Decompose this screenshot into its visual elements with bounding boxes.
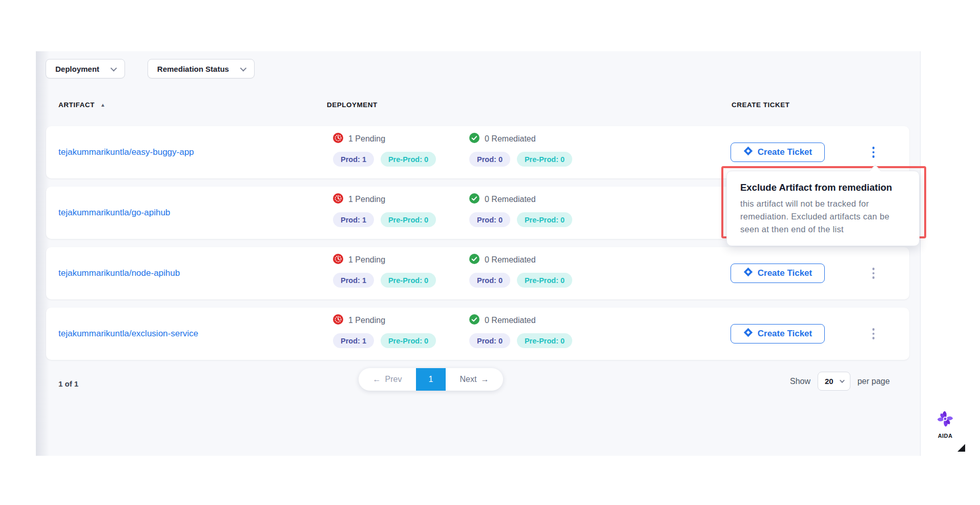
deployment-filter-dropdown[interactable]: Deployment [46, 59, 125, 78]
pending-count-label: 1 Pending [348, 134, 385, 144]
next-label: Next [460, 375, 477, 384]
remediated-check-icon [469, 314, 479, 327]
prod-badge: Prod: 1 [333, 152, 374, 167]
remediated-count-label: 0 Remediated [485, 255, 536, 265]
column-header-artifact[interactable]: ARTIFACT ▲ [58, 101, 106, 109]
prod-badge: Prod: 0 [469, 273, 510, 288]
exclude-artifact-tooltip: Exclude Artifact from remediation this a… [726, 171, 920, 246]
ticket-diamond-icon [743, 267, 753, 279]
remediated-count-label: 0 Remediated [485, 134, 536, 144]
column-header-create-ticket: CREATE TICKET [732, 101, 790, 109]
page-summary: 1 of 1 [58, 379, 78, 388]
chevron-down-icon [110, 65, 117, 71]
pending-count-label: 1 Pending [348, 195, 385, 204]
artifact-link[interactable]: tejakummarikuntla/exclusion-service [58, 329, 198, 339]
preprod-badge: Pre-Prod: 0 [517, 212, 572, 227]
pending-stat-group: 1 Pending Prod: 1 Pre-Prod: 0 [333, 314, 436, 348]
ticket-diamond-icon [743, 328, 753, 340]
remediated-stat-group: 0 Remediated Prod: 0 Pre-Prod: 0 [469, 133, 572, 167]
table-row: tejakummarikuntla/exclusion-service 1 Pe… [46, 308, 909, 360]
column-header-deployment: DEPLOYMENT [327, 101, 378, 109]
pending-clock-icon [333, 314, 343, 327]
aida-flower-icon [935, 409, 955, 430]
prod-badge: Prod: 1 [333, 212, 374, 227]
prod-badge: Prod: 1 [333, 333, 374, 348]
preprod-badge: Pre-Prod: 0 [517, 152, 572, 167]
preprod-badge: Pre-Prod: 0 [517, 333, 572, 348]
show-label: Show [790, 377, 810, 386]
preprod-badge: Pre-Prod: 0 [381, 212, 436, 227]
arrow-left-icon: ← [373, 375, 381, 384]
artifact-link[interactable]: tejakummarikuntla/go-apihub [58, 208, 170, 218]
pending-stat-group: 1 Pending Prod: 1 Pre-Prod: 0 [333, 254, 436, 288]
remediated-count-label: 0 Remediated [485, 195, 536, 204]
chevron-down-icon [840, 378, 845, 383]
preprod-badge: Pre-Prod: 0 [381, 333, 436, 348]
page-size-select[interactable]: 20 [818, 372, 850, 391]
pending-clock-icon [333, 254, 343, 266]
aida-label: AIDA [938, 433, 953, 439]
prod-badge: Prod: 1 [333, 273, 374, 288]
pending-count-label: 1 Pending [348, 316, 385, 325]
tooltip-title: Exclude Artifact from remediation [740, 182, 906, 193]
column-header-create-ticket-label: CREATE TICKET [732, 101, 790, 109]
per-page-label: per page [858, 377, 890, 386]
create-ticket-button-label: Create Ticket [758, 147, 812, 157]
pending-stat-group: 1 Pending Prod: 1 Pre-Prod: 0 [333, 133, 436, 167]
next-page-button[interactable]: Next → [446, 368, 503, 391]
remediated-count-label: 0 Remediated [485, 316, 536, 325]
prev-label: Prev [385, 375, 402, 384]
prev-page-button[interactable]: ← Prev [359, 368, 416, 391]
preprod-badge: Pre-Prod: 0 [381, 152, 436, 167]
page-size-value: 20 [825, 377, 833, 386]
table-row: tejakummarikuntla/node-apihub 1 Pending … [46, 247, 909, 299]
ticket-diamond-icon [743, 146, 753, 158]
artifact-link[interactable]: tejakummarikuntla/easy-buggy-app [58, 147, 194, 157]
pending-count-label: 1 Pending [348, 255, 385, 265]
remediation-status-filter-label: Remediation Status [157, 65, 229, 73]
remediated-check-icon [469, 193, 479, 206]
resize-handle-icon [957, 444, 965, 452]
create-ticket-button[interactable]: Create Ticket [731, 143, 825, 162]
remediated-stat-group: 0 Remediated Prod: 0 Pre-Prod: 0 [469, 193, 572, 227]
remediated-check-icon [469, 254, 479, 266]
prod-badge: Prod: 0 [469, 333, 510, 348]
create-ticket-button[interactable]: Create Ticket [731, 324, 825, 344]
tooltip-body: this artifact will not be tracked for re… [740, 197, 906, 235]
remediated-check-icon [469, 133, 479, 145]
page-number-button[interactable]: 1 [416, 368, 446, 391]
column-header-deployment-label: DEPLOYMENT [327, 101, 378, 109]
create-ticket-button[interactable]: Create Ticket [731, 264, 825, 283]
pagination-control: ← Prev 1 Next → [359, 368, 503, 391]
column-header-artifact-label: ARTIFACT [58, 101, 95, 109]
sort-ascending-icon: ▲ [100, 102, 106, 108]
content-panel: Deployment Remediation Status ARTIFACT ▲… [36, 51, 921, 456]
chevron-down-icon [240, 65, 246, 71]
row-actions-kebab-menu[interactable] [865, 142, 882, 163]
preprod-badge: Pre-Prod: 0 [517, 273, 572, 288]
remediation-status-filter-dropdown[interactable]: Remediation Status [148, 59, 255, 78]
create-ticket-button-label: Create Ticket [758, 268, 812, 278]
prod-badge: Prod: 0 [469, 152, 510, 167]
pending-stat-group: 1 Pending Prod: 1 Pre-Prod: 0 [333, 193, 436, 227]
page-size-control: Show 20 per page [790, 372, 890, 391]
prod-badge: Prod: 0 [469, 212, 510, 227]
filter-bar: Deployment Remediation Status [46, 59, 255, 78]
preprod-badge: Pre-Prod: 0 [381, 273, 436, 288]
pending-clock-icon [333, 193, 343, 206]
aida-assistant-launcher[interactable]: AIDA [933, 409, 957, 439]
pending-clock-icon [333, 133, 343, 145]
remediated-stat-group: 0 Remediated Prod: 0 Pre-Prod: 0 [469, 254, 572, 288]
artifact-link[interactable]: tejakummarikuntla/node-apihub [58, 268, 180, 278]
arrow-right-icon: → [481, 375, 489, 384]
create-ticket-button-label: Create Ticket [758, 329, 812, 339]
deployment-filter-label: Deployment [55, 65, 99, 73]
artifact-table: tejakummarikuntla/easy-buggy-app 1 Pendi… [46, 126, 909, 368]
remediated-stat-group: 0 Remediated Prod: 0 Pre-Prod: 0 [469, 314, 572, 348]
row-actions-kebab-menu[interactable] [865, 324, 882, 344]
row-actions-kebab-menu[interactable] [865, 263, 882, 284]
